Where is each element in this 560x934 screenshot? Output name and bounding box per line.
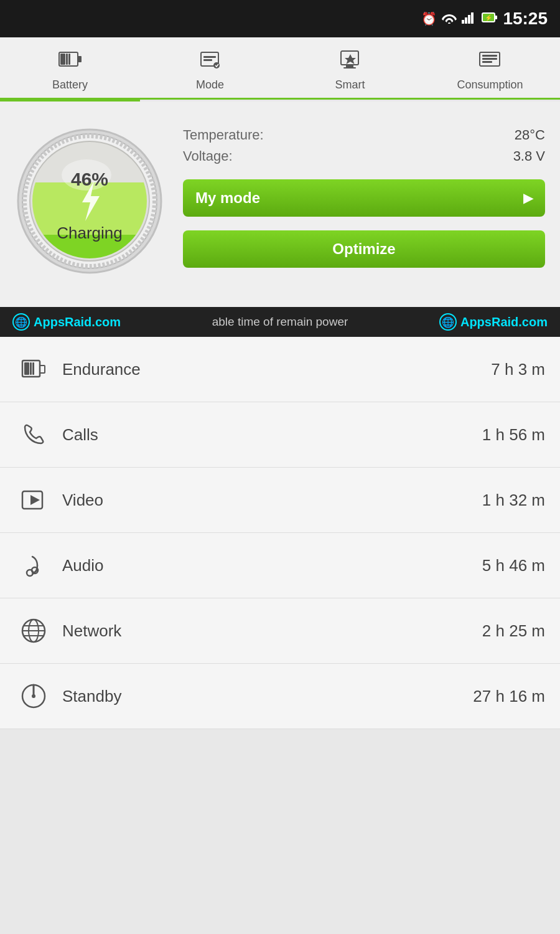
tab-mode-label: Mode xyxy=(196,78,224,92)
svg-rect-14 xyxy=(203,56,216,58)
battery-tab-icon xyxy=(58,50,82,75)
status-time: 15:25 xyxy=(503,9,548,29)
list-section: Endurance 7 h 3 m Calls 1 h 56 m Video 1… xyxy=(0,337,560,729)
my-mode-button[interactable]: My mode ▶ xyxy=(183,179,545,217)
tab-smart[interactable]: Smart xyxy=(280,42,420,98)
svg-rect-38 xyxy=(30,362,32,375)
standby-value: 27 h 16 m xyxy=(473,687,545,706)
battery-info: Temperature: 28°C Voltage: 3.8 V My mode… xyxy=(183,127,545,275)
tab-bar: Battery Mode Smart xyxy=(0,37,560,100)
list-item-audio: Audio 5 h 46 m xyxy=(0,533,560,598)
mode-tab-icon xyxy=(198,50,222,75)
svg-rect-2 xyxy=(465,17,467,24)
endurance-icon xyxy=(15,351,52,388)
audio-icon xyxy=(15,547,52,584)
standby-icon xyxy=(15,677,52,715)
clock-icon: ⏰ xyxy=(421,11,437,26)
audio-value: 5 h 46 m xyxy=(482,556,545,575)
svg-text:46%: 46% xyxy=(71,169,108,189)
battery-circle: 46% Charging xyxy=(15,126,164,276)
globe-icon-right: 🌐 xyxy=(439,313,457,331)
temperature-label: Temperature: xyxy=(183,127,264,143)
watermark-text-right: AppsRaid.com xyxy=(460,315,548,329)
svg-rect-9 xyxy=(78,56,82,62)
network-label: Network xyxy=(62,621,482,641)
temperature-row: Temperature: 28°C xyxy=(183,127,545,143)
list-item-calls: Calls 1 h 56 m xyxy=(0,402,560,468)
svg-rect-23 xyxy=(482,61,492,63)
svg-rect-22 xyxy=(482,58,497,60)
optimize-label: Optimize xyxy=(332,240,395,258)
watermark-text-left: AppsRaid.com xyxy=(34,315,121,329)
calls-value: 1 h 56 m xyxy=(482,425,545,445)
list-item-network: Network 2 h 25 m xyxy=(0,598,560,664)
video-value: 1 h 32 m xyxy=(482,491,545,510)
smart-tab-icon xyxy=(338,50,362,75)
network-value: 2 h 25 m xyxy=(482,621,545,641)
svg-rect-19 xyxy=(343,67,356,68)
consumption-tab-icon xyxy=(478,50,502,75)
audio-label: Audio xyxy=(62,556,482,575)
voltage-label: Voltage: xyxy=(183,148,233,164)
standby-label: Standby xyxy=(62,687,473,706)
svg-point-16 xyxy=(213,62,220,68)
svg-text:Charging: Charging xyxy=(57,224,123,242)
watermark-center-text: able time of remain power xyxy=(212,315,348,329)
status-icons: ⏰ ⚡ 15:25 xyxy=(421,9,548,29)
signal-icon xyxy=(462,11,477,27)
svg-rect-4 xyxy=(471,12,474,24)
svg-rect-21 xyxy=(482,55,497,57)
calls-label: Calls xyxy=(62,425,482,445)
arrow-right-icon: ▶ xyxy=(523,191,533,205)
battery-charging-icon: ⚡ xyxy=(482,11,498,27)
battery-stats: Temperature: 28°C Voltage: 3.8 V xyxy=(183,127,545,164)
video-icon xyxy=(15,481,52,519)
network-icon xyxy=(15,612,52,649)
calls-icon xyxy=(15,416,52,453)
voltage-row: Voltage: 3.8 V xyxy=(183,148,545,164)
svg-point-51 xyxy=(32,694,35,698)
svg-rect-10 xyxy=(60,54,65,65)
temperature-value: 28°C xyxy=(515,127,545,143)
endurance-value: 7 h 3 m xyxy=(491,360,545,379)
svg-rect-1 xyxy=(462,20,464,24)
svg-rect-12 xyxy=(68,54,70,65)
voltage-value: 3.8 V xyxy=(513,148,545,164)
video-label: Video xyxy=(62,491,482,510)
tab-mode[interactable]: Mode xyxy=(140,42,280,98)
battery-section: 46% Charging Temperature: 28°C Voltage: … xyxy=(15,120,545,295)
svg-rect-39 xyxy=(32,362,34,375)
my-mode-label: My mode xyxy=(195,189,260,207)
svg-rect-3 xyxy=(468,15,470,24)
tab-consumption-label: Consumption xyxy=(457,78,523,92)
list-item-standby: Standby 27 h 16 m xyxy=(0,664,560,729)
watermark-logo-right: 🌐 AppsRaid.com xyxy=(439,313,548,331)
status-bar: ⏰ ⚡ 15:25 xyxy=(0,0,560,37)
watermark-banner: 🌐 AppsRaid.com able time of remain power… xyxy=(0,307,560,337)
svg-rect-37 xyxy=(24,362,29,375)
list-item-video: Video 1 h 32 m xyxy=(0,468,560,533)
tab-consumption[interactable]: Consumption xyxy=(420,42,560,98)
main-content: 46% Charging Temperature: 28°C Voltage: … xyxy=(0,101,560,307)
svg-point-0 xyxy=(448,22,450,24)
tab-smart-label: Smart xyxy=(335,78,365,92)
svg-text:⚡: ⚡ xyxy=(485,14,493,22)
wifi-icon xyxy=(442,11,457,27)
optimize-button[interactable]: Optimize xyxy=(183,230,545,268)
globe-icon-left: 🌐 xyxy=(12,313,30,331)
svg-rect-15 xyxy=(203,59,212,61)
endurance-label: Endurance xyxy=(62,360,491,379)
watermark-logo-left: 🌐 AppsRaid.com xyxy=(12,313,121,331)
tab-battery-label: Battery xyxy=(52,78,88,92)
tab-battery[interactable]: Battery xyxy=(0,42,140,100)
svg-rect-6 xyxy=(495,16,497,19)
svg-rect-11 xyxy=(66,54,68,65)
list-item-endurance: Endurance 7 h 3 m xyxy=(0,337,560,402)
